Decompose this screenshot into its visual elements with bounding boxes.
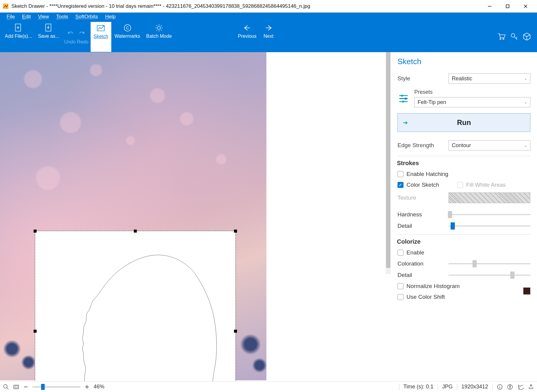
colorize-title: Colorize: [397, 238, 530, 245]
enable-hatching-checkbox[interactable]: [398, 171, 404, 177]
status-time: Time (s): 0.1: [404, 384, 434, 390]
batch-mode-label: Batch Mode: [146, 34, 172, 39]
status-format: JPG: [442, 384, 453, 390]
add-files-label: Add File(s)...: [5, 34, 32, 39]
color-shift-label: Use Color Shift: [406, 294, 445, 300]
facebook-icon[interactable]: [507, 384, 513, 390]
gear-icon: [155, 23, 163, 33]
selection-box[interactable]: [35, 231, 236, 381]
watermarks-button[interactable]: C Watermarks: [112, 22, 143, 52]
minimize-button[interactable]: [481, 0, 499, 13]
colorize-detail-slider: [448, 272, 530, 279]
status-dimensions: 1920x3412: [461, 384, 488, 390]
app-icon: [2, 3, 9, 10]
menu-view[interactable]: View: [34, 13, 53, 20]
strokes-detail-slider[interactable]: [448, 222, 530, 230]
cart-icon[interactable]: [497, 32, 506, 41]
zoom-actual-icon[interactable]: [3, 384, 9, 390]
close-button[interactable]: [517, 0, 535, 13]
presets-icon[interactable]: [398, 92, 410, 104]
info-icon[interactable]: [497, 384, 503, 390]
previous-label: Previous: [238, 34, 256, 39]
presets-label: Presets: [414, 89, 530, 95]
menu-softorbits[interactable]: SoftOrbits: [72, 13, 102, 20]
canvas-area[interactable]: [0, 52, 391, 381]
window-titlebar: Sketch Drawer - ****Unregistered version…: [0, 0, 537, 13]
svg-rect-30: [405, 98, 406, 99]
save-as-button[interactable]: Save as...: [35, 22, 62, 52]
redo-icon: [78, 31, 85, 38]
key-icon[interactable]: [510, 32, 518, 41]
window-controls: [481, 0, 535, 13]
menu-help[interactable]: Help: [102, 13, 119, 20]
main-area: Sketch Style Realistic ⌄ Presets Felt-Ti…: [0, 52, 537, 381]
svg-point-25: [503, 38, 504, 40]
chevron-down-icon: ⌄: [524, 100, 527, 104]
color-sketch-checkbox[interactable]: [398, 182, 404, 188]
arrow-right-icon: [265, 23, 272, 33]
texture-label: Texture: [398, 195, 448, 201]
sketch-button[interactable]: Sketch: [90, 22, 112, 52]
svg-line-20: [156, 30, 157, 31]
normalize-histogram-checkbox[interactable]: [398, 283, 404, 289]
hardness-slider: [448, 211, 530, 218]
previous-button[interactable]: Previous: [235, 22, 260, 52]
svg-rect-36: [15, 386, 17, 388]
watermarks-icon: C: [123, 23, 132, 33]
zoom-in-icon[interactable]: [85, 385, 89, 389]
zoom-out-icon[interactable]: [23, 385, 28, 389]
fill-white-checkbox: [457, 182, 463, 188]
presets-value: Felt-Tip pen: [418, 99, 446, 105]
strokes-detail-label: Detail: [398, 223, 448, 229]
package-icon[interactable]: [523, 32, 531, 42]
save-as-label: Save as...: [38, 34, 59, 39]
colorize-enable-checkbox[interactable]: [398, 250, 404, 256]
sketch-outline: [35, 231, 236, 381]
coloration-label: Coloration: [398, 260, 448, 267]
style-label: Style: [398, 75, 448, 82]
menu-tools[interactable]: Tools: [52, 13, 72, 20]
next-button[interactable]: Next: [260, 22, 278, 52]
add-files-button[interactable]: Add File(s)...: [2, 22, 35, 52]
style-select[interactable]: Realistic ⌄: [448, 73, 530, 84]
svg-line-18: [156, 25, 157, 26]
svg-rect-35: [14, 385, 19, 389]
run-arrow-icon: ➔: [398, 119, 413, 126]
edge-strength-select[interactable]: Contour ⌄: [448, 140, 530, 150]
color-swatch[interactable]: [523, 287, 530, 295]
run-button[interactable]: ➔ Run: [398, 113, 530, 132]
strokes-group: Strokes Enable Hatching Color Sketch Fil…: [398, 156, 530, 230]
color-shift-checkbox[interactable]: [398, 294, 404, 300]
statusbar: 46% Time (s): 0.1 JPG 1920x3412: [0, 381, 537, 392]
chevron-down-icon: ⌄: [524, 76, 527, 81]
svg-line-21: [161, 25, 162, 26]
panel-title: Sketch: [398, 57, 530, 66]
svg-point-42: [500, 385, 500, 386]
menu-file[interactable]: File: [3, 13, 18, 20]
undo-redo-label: Undo Redo: [64, 39, 88, 45]
svg-rect-2: [506, 5, 509, 8]
svg-line-34: [7, 388, 8, 389]
presets-select[interactable]: Felt-Tip pen ⌄: [414, 97, 530, 107]
undo-icon: [68, 31, 75, 38]
fill-white-label: Fill White Areas: [466, 182, 506, 188]
hardness-label: Hardness: [398, 211, 448, 218]
twitter-icon[interactable]: [517, 384, 524, 390]
maximize-button[interactable]: [499, 0, 517, 13]
zoom-slider[interactable]: [32, 386, 80, 388]
color-sketch-label: Color Sketch: [406, 182, 439, 188]
strokes-title: Strokes: [397, 160, 530, 167]
svg-line-19: [161, 30, 162, 31]
texture-select: [448, 192, 530, 203]
menu-edit[interactable]: Edit: [18, 13, 34, 20]
share-icon[interactable]: [528, 384, 534, 390]
style-value: Realistic: [452, 76, 472, 82]
batch-mode-button[interactable]: Batch Mode: [143, 22, 175, 52]
sketch-label: Sketch: [94, 34, 108, 39]
arrow-left-icon: [243, 23, 251, 33]
fit-screen-icon[interactable]: [13, 384, 19, 390]
canvas-scrollbar[interactable]: [386, 52, 391, 274]
chevron-down-icon: ⌄: [524, 143, 527, 147]
svg-text:C: C: [126, 25, 129, 30]
normalize-histogram-label: Normalize Histogram: [406, 283, 460, 290]
